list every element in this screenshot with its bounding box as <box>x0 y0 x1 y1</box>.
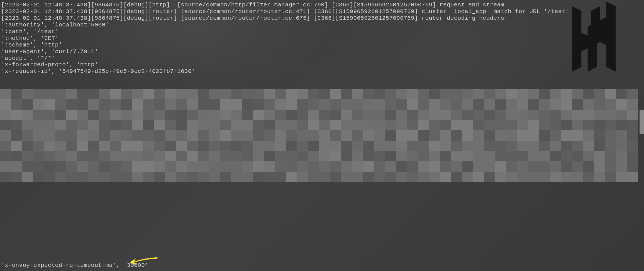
log-line: 'x-request-id', '54947549-d25b-49e5-9cc2… <box>1 68 195 75</box>
highlighted-log-line: 'x-envoy-expected-rq-timeout-ms', '30000… <box>1 262 148 269</box>
log-line: ':path', '/test' <box>1 28 58 35</box>
log-line: [2023-02-01 12:48:37.438][9864875][debug… <box>1 2 504 8</box>
log-line: [2023-02-01 12:48:37.438][9864875][debug… <box>1 8 569 15</box>
annotation-arrow <box>128 255 159 270</box>
redacted-pixelated-region <box>0 89 638 182</box>
log-line: ':scheme', 'http' <box>1 42 62 48</box>
log-line: [2023-02-01 12:48:37.438][9864875][debug… <box>1 15 508 21</box>
footer-text: 'x-envoy-expected-rq-timeout-ms', '30000… <box>1 262 148 268</box>
log-line: 'accept', '*/*' <box>1 55 55 61</box>
log-output: [2023-02-01 12:48:37.438][9864875][debug… <box>0 0 644 77</box>
log-line: ':authority', 'localhost:5000' <box>1 22 109 28</box>
log-line: 'user-agent', 'curl/7.79.1' <box>1 48 98 55</box>
vertical-scrollbar-thumb[interactable] <box>640 110 644 134</box>
log-line: 'x-forwarded-proto', 'http' <box>1 61 98 68</box>
log-line: ':method', 'GET' <box>1 35 58 41</box>
